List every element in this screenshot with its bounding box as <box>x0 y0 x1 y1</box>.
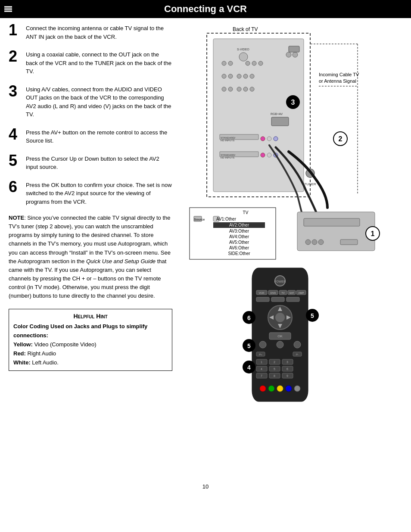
svg-text:9: 9 <box>286 374 288 377</box>
svg-text:AV4:Other: AV4:Other <box>229 234 249 239</box>
svg-text:TV: TV <box>281 292 285 294</box>
svg-point-31 <box>261 153 265 157</box>
svg-text:HD INPUTS: HD INPUTS <box>221 156 234 159</box>
step-4-text: Press the AV+ button on the remote contr… <box>26 127 172 145</box>
note-label: NOTE <box>9 215 24 221</box>
svg-point-8 <box>293 52 298 57</box>
note-text: : Since you’ve connected the cable TV si… <box>9 215 171 264</box>
svg-text:DVD: DVD <box>271 292 276 294</box>
svg-text:4: 4 <box>247 364 251 371</box>
step-2-number: 2 <box>9 49 22 64</box>
step-3: 3 Using A/V cables, connect from the AUD… <box>9 84 172 119</box>
svg-text:3: 3 <box>291 99 295 106</box>
svg-rect-9 <box>289 46 299 52</box>
svg-text:OK: OK <box>277 334 283 338</box>
helpful-hint-content: Color Coding Used on Jacks and Plugs to … <box>13 322 168 367</box>
svg-point-94 <box>294 341 301 348</box>
svg-rect-61 <box>304 218 360 226</box>
svg-text:1: 1 <box>371 230 375 237</box>
svg-point-4 <box>246 61 250 65</box>
svg-point-12 <box>237 74 241 78</box>
note-section: NOTE: Since you’ve connected the cable T… <box>9 214 172 300</box>
back-of-tv-label: Back of TV <box>233 26 258 32</box>
step-2: 2 Using a coaxial cable, connect to the … <box>9 49 172 76</box>
svg-rect-20 <box>271 117 289 126</box>
svg-text:3: 3 <box>286 361 288 364</box>
page-header: Connecting a VCR <box>0 0 411 18</box>
hint-white-text: Left Audio. <box>31 359 59 366</box>
step-5-text: Press the Cursor Up or Down button to se… <box>26 153 172 171</box>
tv-back-panel <box>213 39 304 192</box>
svg-text:5: 5 <box>274 367 275 370</box>
main-content: 1 Connect the incoming antenna or cable … <box>0 18 411 479</box>
svg-point-1 <box>239 53 248 61</box>
svg-point-6 <box>258 61 263 65</box>
svg-point-120 <box>286 386 292 392</box>
svg-text:Incoming Cable TV: Incoming Cable TV <box>319 72 359 77</box>
svg-text:Source: Source <box>194 218 205 221</box>
svg-text:5: 5 <box>247 342 251 349</box>
svg-text:AV3:Other: AV3:Other <box>229 229 249 233</box>
svg-text:7: 7 <box>261 374 262 377</box>
step-1-number: 1 <box>9 22 22 38</box>
svg-rect-81 <box>256 297 269 302</box>
step-6: 6 Press the OK button to confirm your ch… <box>9 179 172 206</box>
svg-text:S-VIDEO: S-VIDEO <box>237 48 249 51</box>
hint-white-label: White: <box>13 359 31 366</box>
hint-yellow-label: Yellow: <box>13 341 33 348</box>
note-italic: Quick Use and Setup Guide <box>86 258 156 264</box>
svg-text:SAT: SAT <box>289 292 294 294</box>
svg-text:SIDE:Other: SIDE:Other <box>228 251 250 256</box>
svg-point-25 <box>261 137 265 141</box>
step-6-text: Press the OK button to confirm your choi… <box>26 179 172 206</box>
svg-point-5 <box>252 61 256 65</box>
left-column: 1 Connect the incoming antenna or cable … <box>9 22 172 475</box>
step-1-text: Connect the incoming antenna or cable TV… <box>26 22 172 41</box>
svg-rect-60 <box>297 212 375 251</box>
hint-intro: Color Coding Used on Jacks and Plugs to … <box>13 323 147 339</box>
svg-text:or Antenna Signal: or Antenna Signal <box>319 78 356 84</box>
svg-text:AV6:Other: AV6:Other <box>229 246 249 250</box>
svg-point-7 <box>286 52 291 57</box>
svg-point-118 <box>268 386 274 392</box>
lines-icon <box>4 6 12 12</box>
svg-text:1: 1 <box>261 361 262 364</box>
step-4: 4 Press the AV+ button on the remote con… <box>9 127 172 145</box>
step-2-text: Using a coaxial cable, connect to the OU… <box>26 49 172 76</box>
svg-text:2: 2 <box>274 361 275 364</box>
right-column: Back of TV S-VIDEO <box>177 22 402 475</box>
svg-text:6: 6 <box>286 367 288 370</box>
svg-point-93 <box>277 341 283 348</box>
helpful-hint-title: Helpful Hint <box>13 313 168 320</box>
svg-point-15 <box>222 87 226 91</box>
hint-yellow-text: Video (Composite Video) <box>33 341 97 348</box>
svg-text:POWER: POWER <box>274 280 286 283</box>
svg-point-32 <box>267 153 271 157</box>
svg-text:TV: TV <box>243 210 249 215</box>
svg-point-27 <box>274 137 278 141</box>
svg-point-117 <box>260 386 266 392</box>
svg-text:AV2:Other: AV2:Other <box>229 223 249 227</box>
svg-point-121 <box>294 386 300 392</box>
diagram-svg: Back of TV S-VIDEO <box>177 22 383 475</box>
step-3-text: Using A/V cables, connect from the AUDIO… <box>26 84 172 119</box>
svg-point-18 <box>243 87 248 91</box>
step-4-number: 4 <box>9 127 22 142</box>
step-1: 1 Connect the incoming antenna or cable … <box>9 22 172 41</box>
svg-text:AV5:Other: AV5:Other <box>229 240 249 245</box>
step-5-number: 5 <box>9 153 22 168</box>
svg-rect-65 <box>340 240 358 245</box>
svg-text:2: 2 <box>339 135 342 143</box>
hint-red-label: Red: <box>13 350 26 357</box>
svg-text:TUNER: TUNER <box>304 182 316 186</box>
svg-text:5: 5 <box>311 312 314 319</box>
svg-point-16 <box>228 87 233 91</box>
svg-point-19 <box>250 87 254 91</box>
page-title: Connecting a VCR <box>164 3 247 15</box>
svg-text:P+: P+ <box>259 353 262 356</box>
step-3-number: 3 <box>9 84 22 99</box>
svg-text:AMP: AMP <box>298 292 304 294</box>
svg-point-62 <box>305 240 311 245</box>
svg-text:6: 6 <box>247 314 251 321</box>
svg-point-2 <box>222 61 226 65</box>
